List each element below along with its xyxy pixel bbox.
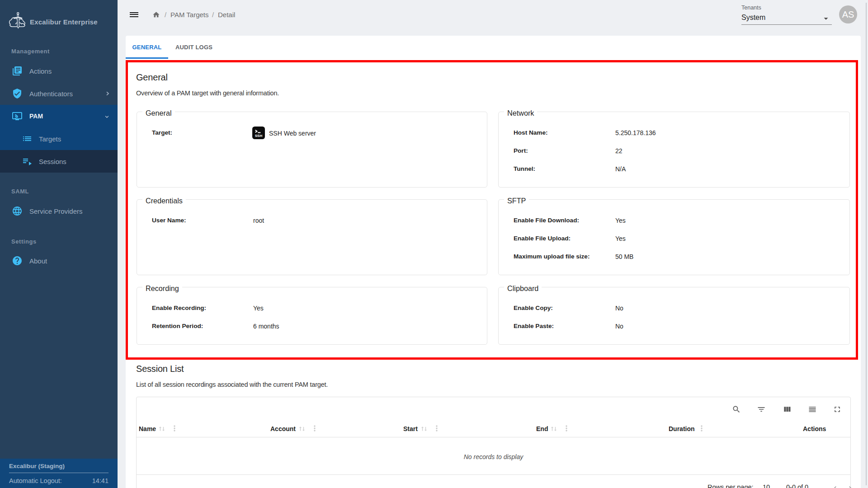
svg-text:SSH: SSH bbox=[255, 134, 263, 138]
